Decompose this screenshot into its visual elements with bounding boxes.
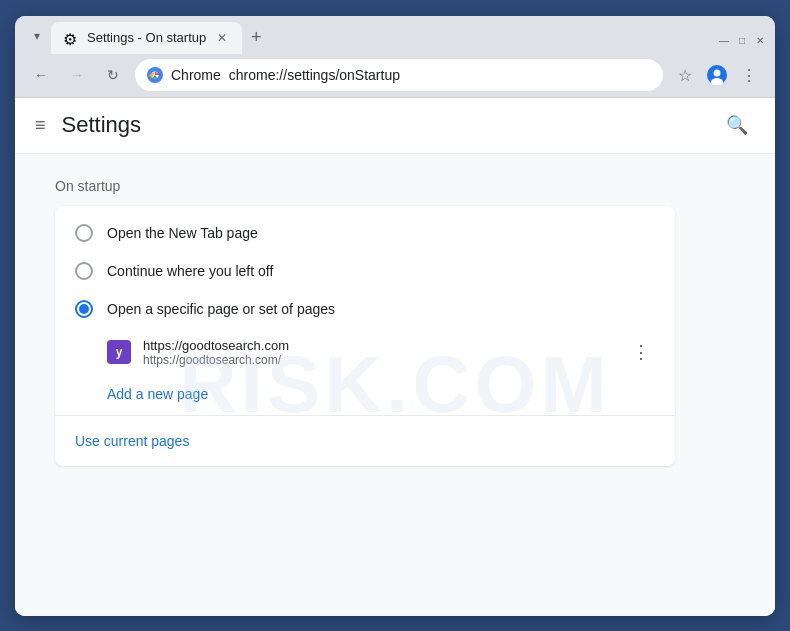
svg-point-3 — [714, 70, 721, 77]
option-specific-page[interactable]: Open a specific page or set of pages — [55, 290, 675, 328]
tab-dropdown-btn[interactable]: ▾ — [23, 22, 51, 50]
add-new-page-row: Add a new page — [55, 377, 675, 411]
active-tab[interactable]: ⚙ Settings - On startup ✕ — [51, 22, 242, 54]
option-specific-page-label: Open a specific page or set of pages — [107, 301, 335, 317]
settings-search-btn[interactable]: 🔍 — [719, 107, 755, 143]
url-bar[interactable]: Chrome chrome://settings/onStartup — [135, 59, 663, 91]
refresh-btn[interactable]: ↻ — [99, 61, 127, 89]
section-title: On startup — [55, 178, 735, 194]
chrome-logo-icon — [147, 67, 163, 83]
maximize-btn[interactable]: □ — [735, 34, 749, 48]
address-actions: ☆ ⋮ — [671, 61, 763, 89]
close-btn[interactable]: ✕ — [753, 34, 767, 48]
browser-window: ▾ ⚙ Settings - On startup ✕ + — □ ✕ ← → … — [15, 16, 775, 616]
settings-header: ≡ Settings 🔍 — [15, 98, 775, 154]
tab-title: Settings - On startup — [87, 30, 206, 45]
window-controls: — □ ✕ — [717, 34, 767, 54]
new-tab-btn[interactable]: + — [242, 24, 270, 52]
option-continue[interactable]: Continue where you left off — [55, 252, 675, 290]
chrome-label: Chrome — [171, 67, 221, 83]
minimize-btn[interactable]: — — [717, 34, 731, 48]
page-favicon-icon: y — [107, 340, 131, 364]
url-text: chrome://settings/onStartup — [229, 67, 400, 83]
tab-close-btn[interactable]: ✕ — [214, 30, 230, 46]
add-new-page-link[interactable]: Add a new page — [107, 386, 208, 402]
tab-favicon-icon: ⚙ — [63, 30, 79, 46]
page-content: ≡ Settings 🔍 RISK.COM On startup Open th… — [15, 98, 775, 616]
use-current-row: Use current pages — [55, 420, 675, 458]
radio-inner-dot — [79, 304, 89, 314]
option-continue-label: Continue where you left off — [107, 263, 273, 279]
page-url-sub: https://goodtosearch.com/ — [143, 353, 615, 367]
page-entry: y https://goodtosearch.com https://goodt… — [55, 328, 675, 377]
address-bar: ← → ↻ Chrome chrome://settings/onStartup… — [15, 54, 775, 98]
radio-new-tab[interactable] — [75, 224, 93, 242]
use-current-pages-link[interactable]: Use current pages — [75, 433, 189, 449]
radio-continue[interactable] — [75, 262, 93, 280]
settings-title-group: ≡ Settings — [35, 112, 141, 138]
profile-btn[interactable] — [703, 61, 731, 89]
profile-icon — [707, 65, 727, 85]
search-icon: 🔍 — [726, 114, 748, 136]
page-url-main: https://goodtosearch.com — [143, 338, 615, 353]
back-btn[interactable]: ← — [27, 61, 55, 89]
forward-btn[interactable]: → — [63, 61, 91, 89]
option-new-tab[interactable]: Open the New Tab page — [55, 214, 675, 252]
settings-body: RISK.COM On startup Open the New Tab pag… — [15, 154, 775, 616]
page-entry-menu-btn[interactable]: ⋮ — [627, 338, 655, 366]
browser-menu-btn[interactable]: ⋮ — [735, 61, 763, 89]
options-card: Open the New Tab page Continue where you… — [55, 206, 675, 466]
bookmark-btn[interactable]: ☆ — [671, 61, 699, 89]
option-new-tab-label: Open the New Tab page — [107, 225, 258, 241]
title-bar: ▾ ⚙ Settings - On startup ✕ + — □ ✕ — [15, 16, 775, 54]
radio-specific-page[interactable] — [75, 300, 93, 318]
page-urls: https://goodtosearch.com https://goodtos… — [143, 338, 615, 367]
favicon-letter: y — [116, 345, 123, 359]
tab-strip: ▾ ⚙ Settings - On startup ✕ + — [23, 22, 717, 54]
hamburger-menu-icon[interactable]: ≡ — [35, 115, 46, 136]
settings-page-title: Settings — [62, 112, 142, 138]
divider — [55, 415, 675, 416]
